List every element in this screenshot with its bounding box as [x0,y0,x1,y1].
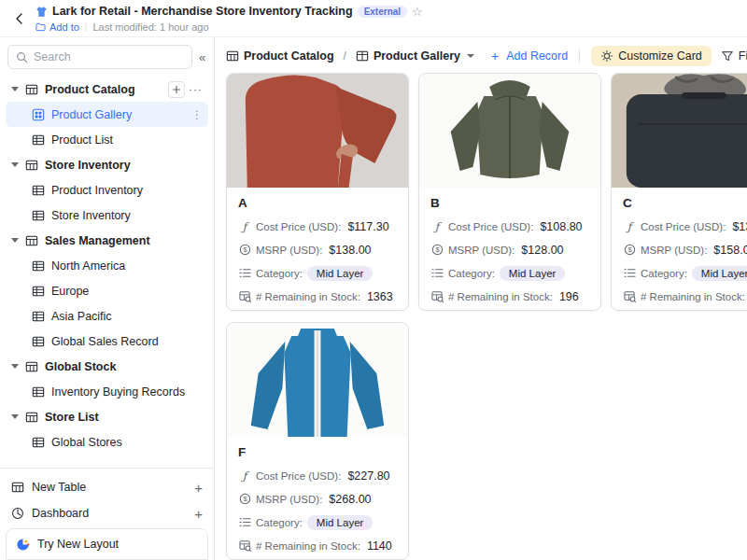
add-record-label: Add Record [506,49,568,63]
table-icon [25,159,38,172]
sidebar-item-global-sales-record[interactable]: Global Sales Record [6,329,208,354]
search-input[interactable] [34,50,184,63]
field-value: $227.80 [347,469,389,483]
sidebar-item-product-list[interactable]: Product List [6,127,208,152]
back-icon[interactable] [9,8,30,29]
breadcrumb-separator: / [344,49,346,63]
dashboard-button[interactable]: Dashboard + [0,500,214,526]
more-options-icon[interactable]: ··· [189,83,203,96]
sidebar-divider [0,468,214,469]
field-value: $134.30 [732,220,747,233]
currency-icon: $ [239,244,251,256]
field-stock: # Remaining in Stock: 1363 [238,285,397,308]
field-stock: # Remaining in Stock: 196 [430,285,589,308]
customize-card-button[interactable]: Customize Card [591,46,712,66]
sidebar-group-store-inventory[interactable]: Store Inventory [6,152,208,177]
view-menu-icon[interactable]: ⋮ [191,109,203,120]
field-cost-price: ƒ Cost Price (USD): $227.80 [238,464,397,487]
table-icon [11,481,24,494]
new-table-button[interactable]: New Table + [0,474,214,500]
sidebar-item-global-stores[interactable]: Global Stores [6,429,208,455]
field-label: Category: [256,268,303,279]
view-label: Product Gallery [51,108,132,121]
view-label: Product List [51,133,113,147]
field-label: MSRP (USD): [256,494,322,505]
sidebar-item-product-inventory[interactable]: Product Inventory [6,177,208,203]
view-label: Global Sales Record [51,335,159,348]
view-label: Asia Pacific [51,310,112,323]
add-view-button[interactable] [168,81,185,98]
lookup-icon [239,290,251,302]
field-value: $158.00 [713,244,747,257]
search-input-wrap [7,45,192,69]
breadcrumb-view[interactable]: Product Gallery [356,49,474,63]
currency-icon: $ [624,244,636,256]
sidebar-item-north-america[interactable]: North America [6,253,208,278]
table-nav: Product Catalog ··· Product Gallery ⋮ Pr… [0,77,214,455]
field-value: $268.00 [329,493,371,506]
chevron-down-icon[interactable] [11,87,19,91]
field-msrp: $ MSRP (USD): $138.00 [238,238,397,261]
sidebar-group-sales-management[interactable]: Sales Management [6,228,208,253]
collapse-sidebar-icon[interactable]: « [194,47,210,67]
svg-text:$: $ [243,495,247,503]
category-tag[interactable]: Mid Layer [307,515,374,530]
category-tag[interactable]: Mid Layer [500,266,566,281]
product-image-dark-jacket [612,74,747,188]
product-image-olive-jacket [419,74,600,188]
product-image-teal-jacket [227,323,408,437]
record-title: A [238,196,397,210]
plus-icon[interactable]: + [194,480,203,496]
sidebar-item-europe[interactable]: Europe [6,278,208,303]
sidebar-item-product-gallery[interactable]: Product Gallery ⋮ [6,102,208,127]
product-card-c[interactable]: C ƒ Cost Price (USD): $134.30 $ MSRP (US… [611,73,747,311]
chevron-down-icon[interactable] [11,414,19,419]
chevron-down-icon[interactable] [11,238,19,243]
breadcrumb-table-label: Product Catalog [244,49,334,63]
product-card-b[interactable]: B ƒ Cost Price (USD): $108.80 $ MSRP (US… [418,73,601,311]
sidebar: « Product Catalog ··· Product Gallery ⋮ [0,37,215,560]
star-icon[interactable]: ☆ [412,6,423,18]
chevron-down-icon[interactable] [11,162,19,167]
filter-button[interactable]: Filter [721,49,747,63]
group-label: Product Catalog [45,83,135,96]
sidebar-group-product-catalog[interactable]: Product Catalog ··· [6,77,208,102]
field-category: Category: Mid Layer [238,261,397,285]
grid-view-icon [32,436,45,449]
record-title: B [430,196,589,210]
category-tag[interactable]: Mid Layer [307,266,374,281]
sidebar-item-asia-pacific[interactable]: Asia Pacific [6,303,208,329]
sidebar-group-store-list[interactable]: Store List [6,404,208,429]
view-label: Store Inventory [51,209,131,222]
add-to-button[interactable]: Add to [35,21,79,33]
lookup-icon [431,290,444,302]
sidebar-item-store-inventory[interactable]: Store Inventory [6,203,208,228]
chevron-down-icon[interactable] [467,54,474,58]
grid-view-icon [32,209,45,222]
sidebar-item-inventory-buying-records[interactable]: Inventory Buying Records [6,379,208,404]
product-card-a[interactable]: A ƒ Cost Price (USD): $117.30 $ MSRP (US… [226,73,409,311]
product-image-rust-top [227,74,408,188]
svg-text:$: $ [435,245,439,254]
category-tag[interactable]: Mid Layer [692,266,747,281]
search-icon [16,51,28,63]
gear-icon [600,49,613,63]
field-label: # Remaining in Stock: [641,291,745,302]
formula-icon: ƒ [435,220,439,233]
sidebar-group-global-stock[interactable]: Global Stock [6,354,208,379]
field-category: Category: Mid Layer [430,261,589,285]
grid-view-icon [32,259,45,273]
field-cost-price: ƒ Cost Price (USD): $117.30 [238,215,397,238]
try-new-layout-button[interactable]: Try New Layout [6,528,208,560]
product-card-f[interactable]: F ƒ Cost Price (USD): $227.80 $ MSRP (US… [226,322,409,560]
svg-text:$: $ [243,245,247,254]
plus-icon[interactable]: + [194,506,203,522]
breadcrumb-table[interactable]: Product Catalog [226,49,334,63]
add-record-button[interactable]: + Add Record [491,49,568,63]
view-label: Inventory Buying Records [51,385,185,399]
card-gallery: A ƒ Cost Price (USD): $117.30 $ MSRP (US… [215,69,747,560]
chevron-down-icon[interactable] [11,364,19,369]
field-label: Category: [256,517,303,528]
field-category: Category: Mid Layer [238,511,397,534]
group-label: Store Inventory [45,159,131,172]
